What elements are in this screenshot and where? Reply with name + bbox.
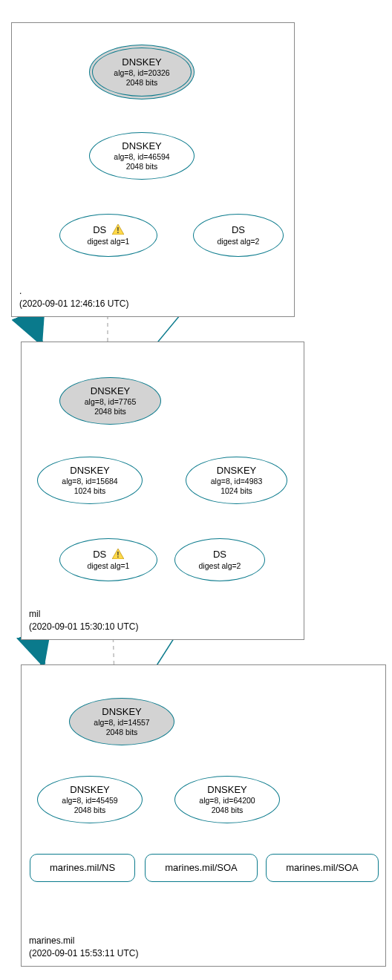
zone-label: mil (2020-09-01 15:30:10 UTC) bbox=[29, 608, 138, 633]
node-sub: 2048 bits bbox=[212, 806, 244, 815]
node-sub: digest alg=1 bbox=[88, 237, 130, 246]
zone-name: . bbox=[19, 286, 22, 296]
dnskey-node-marines-zsk1: DNSKEY alg=8, id=45459 2048 bits bbox=[37, 776, 143, 823]
zone-timestamp: (2020-09-01 15:30:10 UTC) bbox=[29, 621, 138, 632]
node-title: DS ! bbox=[93, 549, 124, 561]
node-title: DNSKEY bbox=[122, 56, 161, 68]
zone-name: mil bbox=[29, 609, 40, 619]
warning-icon: ! bbox=[112, 549, 124, 561]
dnskey-node-marines-zsk2: DNSKEY alg=8, id=64200 2048 bits bbox=[174, 776, 280, 823]
node-title: DNSKEY bbox=[70, 784, 109, 796]
dnskey-node-mil-ksk: DNSKEY alg=8, id=7765 2048 bits bbox=[59, 377, 161, 425]
node-sub: alg=8, id=64200 bbox=[199, 796, 255, 806]
svg-text:!: ! bbox=[117, 551, 119, 559]
node-sub: 2048 bits bbox=[106, 728, 138, 737]
node-sub: alg=8, id=46594 bbox=[114, 152, 169, 162]
ds-label: DS bbox=[93, 224, 106, 235]
rr-node-soa2: marines.mil/SOA bbox=[266, 854, 379, 882]
node-sub: 1024 bits bbox=[220, 486, 252, 496]
node-sub: 2048 bits bbox=[126, 162, 158, 172]
zone-timestamp: (2020-09-01 15:53:11 UTC) bbox=[29, 948, 138, 958]
node-sub: alg=8, id=7765 bbox=[85, 397, 136, 407]
rr-node-soa1: marines.mil/SOA bbox=[145, 854, 258, 882]
dnskey-node-mil-zsk1: DNSKEY alg=8, id=15684 1024 bits bbox=[37, 457, 143, 504]
warning-icon: ! bbox=[112, 224, 124, 236]
node-title: marines.mil/SOA bbox=[286, 862, 359, 874]
node-title: DNSKEY bbox=[70, 465, 109, 477]
node-title: DNSKEY bbox=[207, 784, 246, 796]
ds-node-mil-2: DS digest alg=2 bbox=[174, 538, 265, 581]
node-sub: 1024 bits bbox=[74, 486, 106, 496]
dnskey-node-mil-zsk2: DNSKEY alg=8, id=4983 1024 bits bbox=[186, 457, 287, 504]
node-title: DNSKEY bbox=[102, 706, 141, 718]
node-title: DS ! bbox=[93, 224, 124, 236]
node-title: marines.mil/NS bbox=[50, 862, 115, 874]
dnskey-node-marines-ksk: DNSKEY alg=8, id=14557 2048 bits bbox=[69, 698, 174, 745]
node-sub: alg=8, id=4983 bbox=[211, 477, 262, 486]
node-sub: 2048 bits bbox=[94, 407, 126, 416]
node-title: marines.mil/SOA bbox=[165, 862, 238, 874]
node-sub: digest alg=2 bbox=[199, 561, 241, 571]
node-title: DNSKEY bbox=[217, 465, 256, 477]
zone-label: . (2020-09-01 12:46:16 UTC) bbox=[19, 285, 128, 310]
svg-text:!: ! bbox=[117, 226, 119, 235]
ds-label: DS bbox=[93, 549, 106, 560]
node-sub: digest alg=2 bbox=[218, 237, 260, 246]
node-sub: alg=8, id=20326 bbox=[114, 68, 169, 78]
ds-node-root-2: DS digest alg=2 bbox=[193, 214, 284, 257]
ds-node-root-1: DS ! digest alg=1 bbox=[59, 214, 157, 257]
ds-node-mil-1: DS ! digest alg=1 bbox=[59, 538, 157, 581]
zone-timestamp: (2020-09-01 12:46:16 UTC) bbox=[19, 298, 128, 309]
node-title: DS bbox=[232, 224, 245, 236]
zone-label: marines.mil (2020-09-01 15:53:11 UTC) bbox=[29, 935, 138, 960]
node-sub: 2048 bits bbox=[126, 78, 158, 88]
zone-name: marines.mil bbox=[29, 935, 74, 946]
node-sub: 2048 bits bbox=[74, 806, 106, 815]
node-title: DNSKEY bbox=[91, 385, 130, 397]
rr-node-ns: marines.mil/NS bbox=[30, 854, 135, 882]
node-sub: alg=8, id=14557 bbox=[94, 718, 149, 728]
node-sub: alg=8, id=45459 bbox=[62, 796, 117, 806]
node-sub: digest alg=1 bbox=[88, 561, 130, 571]
node-title: DS bbox=[213, 549, 226, 561]
dnskey-node-root-ksk: DNSKEY alg=8, id=20326 2048 bits bbox=[89, 45, 195, 99]
dnskey-node-root-zsk: DNSKEY alg=8, id=46594 2048 bits bbox=[89, 132, 195, 180]
node-sub: alg=8, id=15684 bbox=[62, 477, 117, 486]
node-title: DNSKEY bbox=[122, 140, 161, 152]
